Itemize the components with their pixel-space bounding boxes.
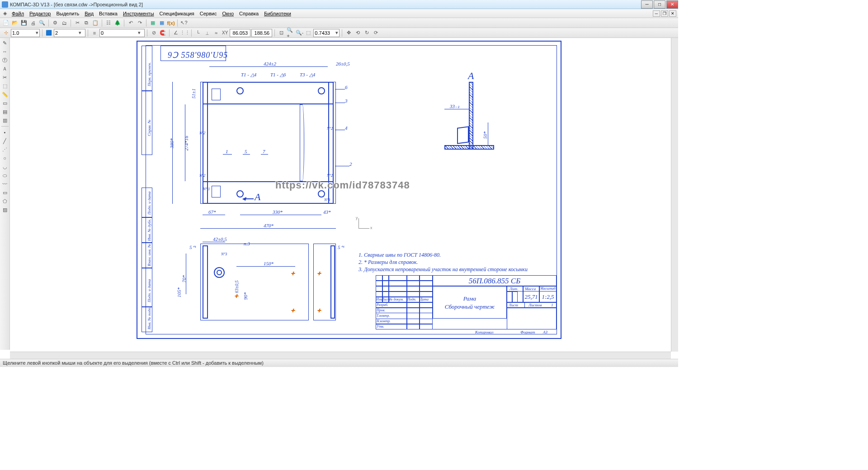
- zoom-window-icon[interactable]: ⬚: [304, 29, 312, 37]
- param-icon[interactable]: ⬚: [1, 82, 9, 90]
- grid-icon[interactable]: ⋮⋮: [181, 29, 189, 37]
- text-icon[interactable]: Ａ: [1, 65, 9, 73]
- horizontal-scrollbar[interactable]: [10, 352, 671, 359]
- menu-insert[interactable]: Вставка: [96, 10, 120, 17]
- lib-icon[interactable]: ▦: [149, 19, 157, 27]
- prev-view-icon[interactable]: ⟲: [354, 29, 362, 37]
- menu-tools[interactable]: Инструменты: [120, 10, 157, 17]
- lib2-icon[interactable]: ▦: [158, 19, 166, 27]
- close-button[interactable]: ✕: [666, 0, 678, 9]
- perp-icon[interactable]: ⟂: [203, 29, 211, 37]
- measure-icon[interactable]: 📏: [1, 90, 9, 99]
- coord-y-input[interactable]: [251, 29, 272, 37]
- minimize-button[interactable]: ─: [641, 0, 653, 9]
- rect-tool-icon[interactable]: ▭: [1, 188, 9, 197]
- vertical-scrollbar[interactable]: [671, 38, 678, 352]
- step-input[interactable]: [12, 30, 35, 36]
- app-menu-icon[interactable]: ◈: [1, 9, 9, 18]
- geometry-icon[interactable]: ✎: [1, 39, 9, 47]
- undo-icon[interactable]: ↶: [127, 19, 135, 27]
- zoom-input[interactable]: [315, 30, 335, 36]
- stop-icon[interactable]: ⊘: [150, 29, 158, 37]
- save-icon[interactable]: 💾: [20, 19, 28, 27]
- tb-listov-v: 1: [551, 303, 553, 307]
- menu-window[interactable]: Окно: [219, 10, 236, 17]
- manager-icon[interactable]: 🗂: [60, 19, 68, 27]
- dim-63: 63±0,5: [234, 281, 239, 293]
- step-combo[interactable]: ▾: [11, 29, 40, 37]
- dimensions-icon[interactable]: ↔: [1, 47, 9, 56]
- coord-x-input[interactable]: [230, 29, 250, 37]
- ortho-icon[interactable]: └: [194, 29, 202, 37]
- paste-icon[interactable]: 📋: [91, 19, 99, 27]
- select-icon[interactable]: ▭: [1, 99, 9, 107]
- zoom-out-icon[interactable]: 🔍-: [295, 29, 303, 37]
- view-input[interactable]: [55, 30, 78, 36]
- ellipse-tool-icon[interactable]: ⬭: [1, 171, 9, 179]
- round-icon[interactable]: ≈: [212, 29, 220, 37]
- tb-prov: Пров.: [377, 308, 385, 312]
- help-cursor-icon[interactable]: ↖?: [180, 19, 188, 27]
- doc-restore-button[interactable]: ❐: [661, 10, 668, 17]
- preview-icon[interactable]: 🔍: [38, 19, 46, 27]
- redraw2-icon[interactable]: ⟳: [372, 29, 380, 37]
- chevron-down-icon[interactable]: ▾: [335, 30, 338, 36]
- doc-close-button[interactable]: ✕: [669, 10, 676, 17]
- spline-tool-icon[interactable]: 〰: [1, 180, 9, 188]
- zoom-in-icon[interactable]: 🔍+: [286, 29, 294, 37]
- arc-tool-icon[interactable]: ◡: [1, 163, 9, 171]
- menu-select[interactable]: Выделить: [53, 10, 82, 17]
- open-icon[interactable]: 📂: [11, 19, 19, 27]
- redo-icon[interactable]: ↷: [136, 19, 144, 27]
- magnet-icon[interactable]: 🧲: [159, 29, 167, 37]
- menu-spec[interactable]: Спецификация: [157, 10, 197, 17]
- layer-state-icon[interactable]: 🟦: [45, 29, 53, 37]
- tree-icon[interactable]: 🌲: [113, 19, 122, 27]
- polygon-tool-icon[interactable]: ⬠: [1, 197, 9, 205]
- chevron-down-icon[interactable]: ▾: [35, 30, 38, 36]
- snap-icon[interactable]: ⊹: [2, 29, 10, 37]
- report-icon[interactable]: ▥: [1, 116, 9, 124]
- menu-file[interactable]: Файл: [9, 10, 27, 17]
- menu-bar: ◈ Файл Редактор Выделить Вид Вставка Инс…: [0, 9, 678, 18]
- zoom-fit-icon[interactable]: ⊡: [277, 29, 285, 37]
- menu-view[interactable]: Вид: [82, 10, 96, 17]
- menu-edit[interactable]: Редактор: [27, 10, 53, 17]
- layer-combo[interactable]: ▾: [99, 29, 145, 37]
- chevron-down-icon[interactable]: ▾: [137, 30, 141, 36]
- layer-icon[interactable]: ≡: [90, 29, 99, 37]
- edit-icon[interactable]: ✂: [1, 73, 9, 81]
- spec-icon[interactable]: ▤: [1, 108, 9, 116]
- layer-input[interactable]: [101, 30, 137, 36]
- aux-line-icon[interactable]: ⋰: [1, 146, 9, 154]
- circle-tool-icon[interactable]: ○: [1, 154, 9, 162]
- menu-help[interactable]: Справка: [236, 10, 261, 17]
- pan-icon[interactable]: ✥: [344, 29, 353, 37]
- dim-t1a: Т1 - △4: [241, 72, 256, 78]
- chevron-down-icon[interactable]: ▾: [78, 30, 81, 36]
- new-icon[interactable]: 📄: [2, 19, 10, 27]
- point-tool-icon[interactable]: •: [1, 128, 9, 136]
- cut-icon[interactable]: ✂: [73, 19, 81, 27]
- maximize-button[interactable]: □: [654, 0, 665, 9]
- redraw-icon[interactable]: ↻: [363, 29, 371, 37]
- n3-bot: Nº3: [324, 197, 330, 202]
- tb-scale: 1:2,5: [539, 293, 557, 301]
- vars-icon[interactable]: f(x): [167, 19, 175, 27]
- detail-a-label: А: [468, 70, 474, 82]
- angle-icon[interactable]: ∠: [172, 29, 180, 37]
- doc-prop-icon[interactable]: ⚙: [51, 19, 59, 27]
- props-icon[interactable]: ☷: [104, 19, 113, 27]
- doc-minimize-button[interactable]: ─: [653, 10, 660, 17]
- menu-libs[interactable]: Библиотеки: [261, 10, 294, 17]
- hatch-tool-icon[interactable]: ▨: [1, 206, 9, 214]
- print-icon[interactable]: 🖨: [29, 19, 37, 27]
- menu-service[interactable]: Сервис: [197, 10, 220, 17]
- line-tool-icon[interactable]: ╱: [1, 137, 9, 145]
- copy-icon[interactable]: ⧉: [82, 19, 90, 27]
- view-combo[interactable]: ▾: [54, 29, 85, 37]
- dim-470: 470*: [264, 223, 274, 228]
- zoom-combo[interactable]: ▾: [313, 29, 340, 37]
- designation-icon[interactable]: Ⓣ: [1, 56, 9, 64]
- drawing-canvas[interactable]: Перв. примен. Справ. № Подп. и дата Инв.…: [10, 38, 678, 350]
